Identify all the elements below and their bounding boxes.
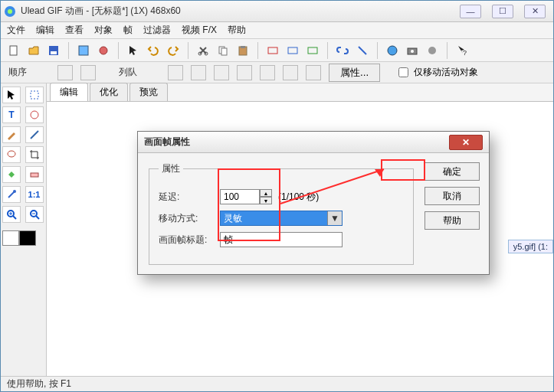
undo-icon[interactable] <box>145 42 162 59</box>
statusbar: 使用帮助, 按 F1 <box>1 376 553 391</box>
fill-tool-icon[interactable] <box>2 166 21 183</box>
move-active-checkbox[interactable] <box>398 67 408 77</box>
spin-down-icon[interactable]: ▼ <box>260 197 272 204</box>
settings-icon[interactable] <box>95 42 112 59</box>
align5-icon[interactable] <box>260 65 275 80</box>
menu-filter[interactable]: 过滤器 <box>143 24 171 37</box>
crop-tool-icon[interactable] <box>25 146 44 163</box>
foreground-swatch[interactable] <box>2 230 19 246</box>
svg-rect-2 <box>10 46 17 55</box>
menu-videofx[interactable]: 视频 F/X <box>182 24 217 37</box>
save-icon[interactable] <box>45 42 62 59</box>
menu-help[interactable]: 帮助 <box>228 24 246 37</box>
frames2-icon[interactable] <box>284 42 301 59</box>
frames1-icon[interactable] <box>264 42 281 59</box>
separator <box>327 42 328 59</box>
align2-icon[interactable] <box>191 65 206 80</box>
shape-tool-icon[interactable] <box>25 106 44 123</box>
paste-icon[interactable] <box>234 42 251 59</box>
properties-button[interactable]: 属性... <box>329 64 380 82</box>
close-button[interactable]: ✕ <box>524 5 546 18</box>
separator <box>68 42 69 59</box>
fieldset-legend: 属性 <box>159 162 183 175</box>
brush-tool-icon[interactable] <box>2 126 21 143</box>
svg-rect-15 <box>308 47 317 54</box>
line-tool-icon[interactable] <box>25 126 44 143</box>
tab-edit[interactable]: 编辑 <box>50 83 88 101</box>
order-up-icon[interactable] <box>57 65 73 80</box>
svg-line-23 <box>31 131 38 139</box>
frametitle-input[interactable] <box>220 232 343 247</box>
order-down-icon[interactable] <box>80 65 96 80</box>
movemode-value: 灵敏 <box>224 212 242 225</box>
new-icon[interactable] <box>5 42 22 59</box>
align6-icon[interactable] <box>283 65 298 80</box>
cut-icon[interactable] <box>195 42 211 59</box>
svg-rect-10 <box>221 48 227 55</box>
help-button[interactable]: 帮助 <box>425 211 480 230</box>
menu-file[interactable]: 文件 <box>7 24 25 37</box>
text-tool-icon[interactable]: T <box>2 106 21 123</box>
align4-icon[interactable] <box>237 65 252 80</box>
svg-point-19 <box>428 47 436 54</box>
ok-button[interactable]: 确定 <box>425 162 480 181</box>
maximize-button[interactable]: ☐ <box>492 5 513 18</box>
dialog-close-button[interactable]: ✕ <box>449 135 483 150</box>
eyedropper-tool-icon[interactable] <box>2 186 21 203</box>
menu-edit[interactable]: 编辑 <box>36 24 54 37</box>
minimize-button[interactable]: — <box>460 5 481 18</box>
link-icon[interactable] <box>334 42 351 59</box>
arrow-tool-icon[interactable] <box>2 87 21 103</box>
zoomout-tool-icon[interactable] <box>25 206 44 223</box>
svg-rect-25 <box>31 173 38 177</box>
cancel-button[interactable]: 取消 <box>425 187 480 205</box>
move-tool-icon[interactable] <box>25 87 44 103</box>
align1-icon[interactable] <box>168 65 183 80</box>
separator <box>188 42 188 59</box>
frames3-icon[interactable] <box>304 42 321 59</box>
file-chip[interactable]: y5.gif] (1: <box>508 240 553 253</box>
svg-rect-14 <box>288 47 297 54</box>
eraser-tool-icon[interactable] <box>25 166 44 183</box>
wizard-icon[interactable] <box>75 42 92 59</box>
open-icon[interactable] <box>25 42 42 59</box>
align3-icon[interactable] <box>214 65 229 80</box>
menu-view[interactable]: 查看 <box>65 24 84 37</box>
zoomin-tool-icon[interactable] <box>2 206 21 223</box>
separator <box>377 42 378 59</box>
menu-object[interactable]: 对象 <box>94 24 113 37</box>
separator <box>257 42 258 59</box>
unlink-icon[interactable] <box>354 42 371 59</box>
svg-point-24 <box>8 151 15 157</box>
svg-rect-21 <box>31 91 38 99</box>
background-swatch[interactable] <box>19 230 36 246</box>
menubar: 文件 编辑 查看 对象 帧 过滤器 视频 F/X 帮助 <box>1 22 553 39</box>
redo-icon[interactable] <box>165 42 182 59</box>
delay-input[interactable] <box>220 189 260 204</box>
contexthelp-icon[interactable]: ? <box>454 42 470 59</box>
move-active-checkbox-wrap[interactable]: 仅移动活动对象 <box>395 65 478 80</box>
order-label: 顺序 <box>8 66 27 79</box>
menu-frame[interactable]: 帧 <box>123 24 133 37</box>
titlebar: Ulead GIF 动画 - [无标题*] (1X) 468x60 — ☐ ✕ <box>1 1 553 22</box>
svg-rect-12 <box>241 46 245 48</box>
tab-preview[interactable]: 预览 <box>129 83 168 101</box>
tab-strip: 编辑 优化 预览 <box>47 83 553 102</box>
pointer-icon[interactable] <box>125 42 142 59</box>
globe-icon[interactable] <box>384 42 401 59</box>
svg-line-32 <box>36 216 39 219</box>
svg-rect-13 <box>268 47 277 54</box>
frametitle-label: 画面帧标题: <box>159 234 214 247</box>
tab-optimize[interactable]: 优化 <box>90 83 128 101</box>
record-icon[interactable] <box>424 42 441 59</box>
app-icon <box>4 5 16 18</box>
copy-icon[interactable] <box>215 42 231 59</box>
movemode-combo[interactable]: 灵敏 <box>220 211 343 226</box>
lasso-tool-icon[interactable] <box>2 146 21 163</box>
align7-icon[interactable] <box>306 65 321 80</box>
camera-icon[interactable] <box>404 42 421 59</box>
spin-up-icon[interactable]: ▲ <box>260 189 272 197</box>
actual-size-tool-icon[interactable]: 1:1 <box>25 186 44 203</box>
queue-label: 列队 <box>119 66 137 79</box>
sequence-bar: 顺序 列队 属性... 仅移动活动对象 <box>1 62 553 83</box>
